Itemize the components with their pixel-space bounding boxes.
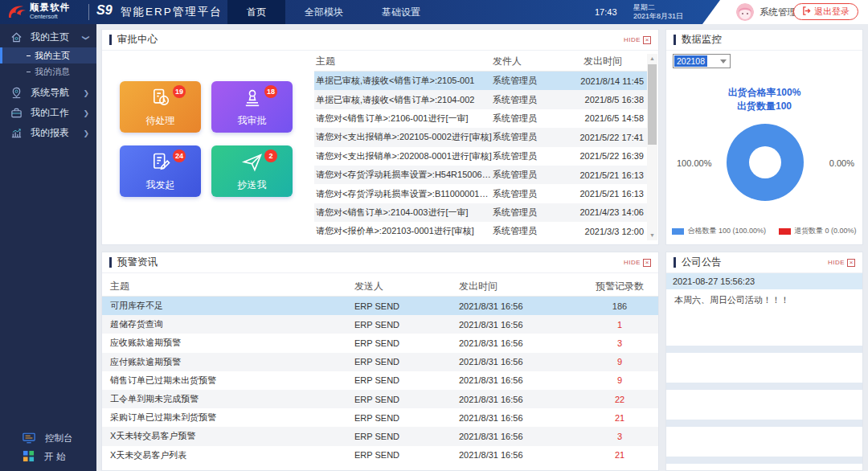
sidebar-item-my-home[interactable]: 我的主页 ❯: [0, 27, 96, 47]
start-button[interactable]: 开 始: [0, 448, 96, 466]
table-row[interactable]: 请您对<支出报销单>:202008-0001进行[审核] 系统管理员 2021/…: [314, 147, 647, 166]
sidebar-item-label: 我的工作: [31, 106, 69, 120]
tab-all-modules[interactable]: 全部模块: [285, 0, 362, 24]
table-scrollbar[interactable]: ▲ ▼: [647, 54, 657, 240]
col-header-sender: 发件人: [493, 55, 562, 68]
donut-right-label: 0.00%: [829, 158, 854, 168]
scrollbar-thumb[interactable]: [648, 64, 657, 145]
message-sender: 系统管理员: [493, 94, 562, 106]
message-sender: 系统管理员: [493, 169, 562, 181]
table-row[interactable]: 请您对<销售订单>:2104-003进行[一审] 系统管理员 2021/4/23…: [314, 203, 647, 222]
alert-subject: X天未转交易客户预警: [102, 430, 354, 442]
period-value: 202108: [674, 55, 707, 67]
tile-my-approvals[interactable]: 我审批 18: [211, 81, 293, 133]
alert-subject: 可用库存不足: [102, 300, 354, 312]
col-header-subject: 主题: [102, 280, 354, 293]
hide-panel-button[interactable]: HIDE ×: [624, 36, 651, 44]
hide-panel-button[interactable]: HIDE ×: [624, 259, 651, 267]
hide-panel-button[interactable]: HIDE ×: [828, 259, 855, 267]
sidebar-item-label: 系统导航: [31, 86, 69, 100]
col-header-subject: 主题: [314, 55, 493, 68]
dropdown-arrow-icon: [720, 59, 727, 63]
alert-sender: ERP SEND: [354, 320, 459, 330]
avatar[interactable]: [736, 3, 754, 21]
tab-basic-settings[interactable]: 基础设置: [362, 0, 440, 24]
logout-button[interactable]: 退出登录: [793, 3, 858, 20]
message-time: 2021/3/3 12:00: [562, 227, 647, 236]
table-row[interactable]: 请您对<报价单>:202103-0001进行[审核] 系统管理员 2021/3/…: [314, 222, 647, 240]
table-row[interactable]: X天未转交易客户预警 ERP SEND 2021/8/31 16:56 3: [102, 427, 659, 445]
console-label: 控制台: [45, 432, 73, 444]
approval-rows: 单据已审核,请接收<销售订单>:2105-001 系统管理员 2021/8/14…: [314, 72, 647, 241]
table-row[interactable]: 单据已审核,请接收<销售订单>:2105-001 系统管理员 2021/8/14…: [314, 72, 647, 90]
table-row[interactable]: 应付账款逾期预警 ERP SEND 2021/8/31 16:56 9: [102, 353, 659, 371]
title-accent-bar: [109, 35, 112, 45]
briefcase-icon: [10, 107, 24, 119]
col-header-time: 发出时间: [562, 55, 647, 68]
alert-sender: ERP SEND: [354, 301, 459, 311]
sidebar-subitem-my-home[interactable]: 我的主页: [0, 47, 96, 63]
announcement-placeholder: [666, 457, 862, 464]
tab-home[interactable]: 首页: [227, 0, 285, 24]
title-accent-bar: [674, 257, 676, 268]
alert-subject: 采购订单已过期未到货预警: [102, 412, 354, 424]
alerts-table: 主题 发送人 发出时间 预警记录数 可用库存不足 ERP SEND 2021/8…: [102, 276, 659, 465]
alert-sender: ERP SEND: [354, 450, 459, 460]
message-sender: 系统管理员: [493, 150, 562, 162]
alert-time: 2021/8/31 16:56: [459, 375, 579, 385]
table-header-row: 主题 发件人 发出时间: [314, 52, 647, 72]
table-row[interactable]: 采购订单已过期未到货预警 ERP SEND 2021/8/31 16:56 21: [102, 408, 659, 427]
announcement-placeholder: [666, 346, 862, 353]
chart-icon: [10, 127, 24, 139]
approval-center-panel: 审批中心 HIDE × 待处理 19 我审批 18 我发起 24: [101, 29, 659, 245]
table-row[interactable]: 销售订单已过期未出货预警 ERP SEND 2021/8/31 16:56 9: [102, 371, 659, 390]
sidebar-subitem-my-messages[interactable]: 我的消息: [0, 63, 96, 80]
alert-record-count: 186: [579, 301, 659, 311]
console-button[interactable]: 控制台: [0, 429, 96, 448]
table-row[interactable]: 单据已审核,请接收<销售订单>:2104-002 系统管理员 2021/8/5 …: [314, 90, 647, 109]
table-row[interactable]: 请您对<销售订单>:2106-001进行[一审] 系统管理员 2021/6/5 …: [314, 109, 647, 128]
table-row[interactable]: 应收账款逾期预警 ERP SEND 2021/8/31 16:56 3: [102, 334, 659, 352]
tile-cc-to-me[interactable]: 抄送我 2: [211, 145, 293, 197]
brand-divider: [88, 4, 89, 20]
clock-time: 17:43: [595, 0, 617, 24]
logout-icon: [802, 6, 811, 17]
announcement-date[interactable]: 2021-08-27 15:56:23: [666, 273, 862, 289]
alert-sender: ERP SEND: [354, 338, 459, 348]
table-row[interactable]: X天未交易客户列表 ERP SEND 2021/8/31 16:56 21: [102, 446, 659, 465]
alert-time: 2021/8/31 16:56: [459, 301, 579, 311]
table-row[interactable]: 超储存货查询 ERP SEND 2021/8/31 16:56 1: [102, 315, 659, 334]
alert-time: 2021/8/31 16:56: [459, 413, 579, 423]
period-select[interactable]: 202108: [673, 54, 731, 68]
badge-count: 24: [173, 149, 186, 162]
scroll-down-icon[interactable]: ▼: [647, 231, 657, 240]
alert-sender: ERP SEND: [354, 413, 459, 423]
title-accent-bar: [674, 35, 676, 45]
top-navbar: 顺景软件 Centersoft S9 智能ERP管理平台 首页 全部模块 基础设…: [0, 0, 868, 24]
message-sender: 系统管理员: [493, 225, 562, 237]
scroll-up-icon[interactable]: ▲: [647, 54, 657, 63]
sidebar-item-my-work[interactable]: 我的工作 ❯: [0, 103, 96, 123]
alert-subject: 销售订单已过期未出货预警: [102, 375, 354, 387]
message-time: 2021/8/5 16:38: [562, 95, 647, 104]
message-time: 2021/6/5 14:58: [562, 113, 647, 123]
alert-record-count: 22: [579, 395, 659, 404]
sidebar-item-my-reports[interactable]: 我的报表 ❯: [0, 123, 96, 143]
logout-label: 退出登录: [814, 6, 850, 18]
tile-pending[interactable]: 待处理 19: [120, 81, 201, 133]
chevron-right-icon: ❯: [83, 89, 89, 97]
alert-record-count: 1: [579, 320, 659, 330]
approval-table: 主题 发件人 发出时间 单据已审核,请接收<销售订单>:2105-001 系统管…: [314, 52, 647, 241]
sidebar-item-system-nav[interactable]: 系统导航 ❯: [0, 83, 96, 103]
table-row[interactable]: 请您对<存货浮动耗损率设置>:H54R15006002进行[审核] 系统管理员 …: [314, 166, 647, 184]
table-row[interactable]: 工令单到期未完成预警 ERP SEND 2021/8/31 16:56 22: [102, 390, 659, 408]
chart-legend: 合格数量 100 (100.00%) 退货数量 0 (0.00%): [666, 226, 862, 236]
table-row[interactable]: 请您对<存货浮动耗损率设置>:B11000001进行[审核] 系统管理员 202…: [314, 184, 647, 203]
home-icon: [10, 31, 24, 43]
table-row[interactable]: 可用库存不足 ERP SEND 2021/8/31 16:56 186: [102, 297, 659, 315]
tile-label: 待处理: [146, 114, 175, 128]
pass-rate-text: 出货合格率100%: [666, 86, 862, 100]
table-row[interactable]: 请您对<支出报销单>:202105-0002进行[审核] 系统管理员 2021/…: [314, 128, 647, 146]
panel-title: 数据监控: [682, 33, 722, 47]
tile-initiated-by-me[interactable]: 我发起 24: [120, 145, 201, 197]
